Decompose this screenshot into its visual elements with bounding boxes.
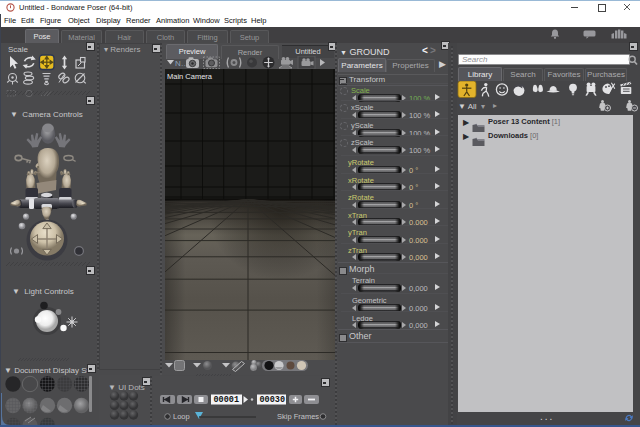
- svg-text:00001: 00001: [214, 395, 240, 405]
- svg-text:Skip Frames: Skip Frames: [277, 412, 319, 421]
- svg-text:00030: 00030: [260, 395, 286, 405]
- svg-text:Loop: Loop: [173, 412, 190, 421]
